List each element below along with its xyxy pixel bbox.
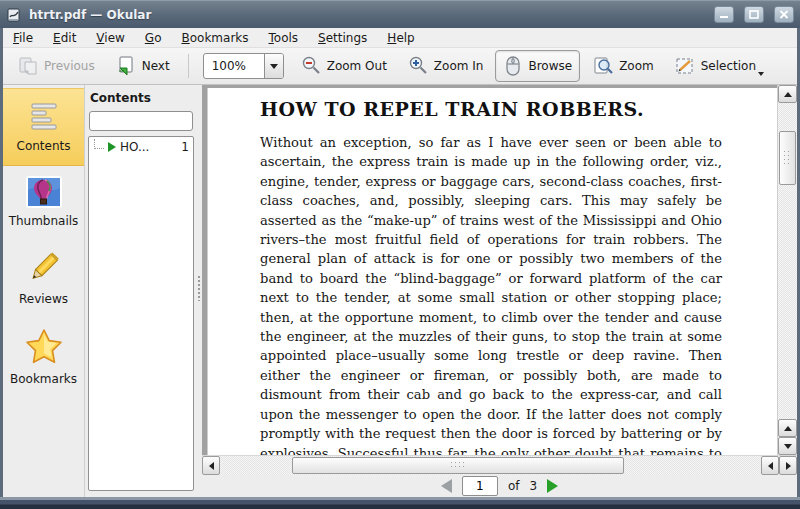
scroll-left-button[interactable] [202, 456, 220, 475]
menubar: File Edit View Go Bookmarks Tools Settin… [3, 28, 797, 48]
zoom-in-label: Zoom In [434, 59, 484, 73]
titlebar[interactable]: htrtr.pdf — Okular [0, 0, 800, 28]
thumb-grip-icon [783, 150, 792, 166]
zoom-in-button[interactable]: Zoom In [399, 50, 492, 82]
arrow-left-icon [209, 462, 214, 470]
zoom-tool-label: Zoom [619, 59, 654, 73]
thumb-grip-icon [450, 461, 466, 470]
minimize-button[interactable] [714, 6, 734, 23]
zoom-out-button[interactable]: Zoom Out [292, 50, 395, 82]
tree-item-label: HO... [120, 140, 177, 154]
menu-bookmarks[interactable]: Bookmarks [171, 29, 258, 47]
total-pages: 3 [529, 479, 537, 493]
vertical-scroll-track[interactable] [778, 103, 797, 419]
scroll-up-button[interactable] [778, 85, 797, 103]
horizontal-scroll-thumb[interactable] [292, 457, 624, 474]
sidebar-label-bookmarks: Bookmarks [10, 372, 77, 386]
okular-window: htrtr.pdf — Okular File Edit View Go Boo… [0, 0, 800, 509]
page-navigation-bar: of 3 [202, 475, 797, 497]
vertical-scroll-thumb[interactable] [779, 131, 796, 185]
sidebar-item-contents[interactable]: Contents [3, 88, 84, 166]
selection-tool-button[interactable]: Selection [666, 50, 772, 82]
thumbnails-icon [26, 176, 62, 208]
arrow-right-icon [786, 462, 791, 470]
browse-tool-button[interactable]: Browse [495, 50, 580, 82]
page-view[interactable]: HOW TO REPEL TRAIN ROBBERS. Without an e… [202, 85, 777, 455]
scroll-up-button-2[interactable] [778, 419, 797, 437]
previous-page-arrow[interactable] [441, 479, 452, 493]
zoom-level-combobox[interactable]: 100% [203, 53, 284, 79]
menu-file[interactable]: File [3, 29, 43, 47]
sidebar-item-reviews[interactable]: Reviews [3, 240, 84, 318]
contents-icon [27, 99, 61, 133]
zoom-tool-button[interactable]: Zoom [584, 50, 662, 82]
tree-item-page: 1 [181, 140, 189, 154]
tree-branch-icon [94, 139, 104, 149]
contents-tree-item[interactable]: HO... 1 [89, 137, 193, 157]
toolbar-separator [188, 54, 189, 78]
document-page: HOW TO REPEL TRAIN ROBBERS. Without an e… [207, 88, 777, 455]
sidebar-item-thumbnails[interactable]: Thumbnails [3, 166, 84, 240]
contents-tree: HO... 1 [88, 136, 194, 491]
menu-edit[interactable]: Edit [43, 29, 86, 47]
previous-icon [17, 55, 39, 77]
menu-help[interactable]: Help [377, 29, 424, 47]
next-label: Next [142, 59, 170, 73]
zoom-level-value: 100% [204, 59, 264, 73]
menu-tools[interactable]: Tools [259, 29, 309, 47]
next-page-arrow[interactable] [547, 479, 558, 493]
reviews-icon [26, 250, 62, 286]
vertical-scrollbar[interactable] [777, 85, 797, 455]
chevron-down-icon [270, 64, 278, 69]
document-text: Without an exception, so far as I have e… [260, 133, 722, 455]
bookmarks-icon [24, 328, 64, 366]
zoom-out-icon [300, 55, 322, 77]
horizontal-scrollbar[interactable] [202, 455, 797, 475]
horizontal-scroll-track[interactable] [220, 456, 761, 475]
of-label: of [508, 479, 520, 493]
next-page-button[interactable]: Next [107, 50, 178, 82]
selection-icon [674, 55, 696, 77]
scroll-left-button-2[interactable] [761, 456, 779, 475]
sidebar: Contents Thumbnails [3, 85, 85, 497]
scroll-down-button[interactable] [778, 437, 797, 455]
zoom-tool-icon [592, 55, 614, 77]
menu-view[interactable]: View [86, 29, 134, 47]
selection-label: Selection [701, 59, 756, 73]
arrow-up-icon [784, 426, 792, 431]
browse-label: Browse [528, 59, 572, 73]
contents-search-input[interactable] [89, 111, 193, 131]
window-title: htrtr.pdf — Okular [29, 8, 704, 22]
zoom-in-icon [407, 55, 429, 77]
okular-app-icon [6, 7, 22, 23]
menu-settings[interactable]: Settings [308, 29, 377, 47]
window-border-left [0, 28, 3, 497]
mouse-icon [503, 55, 523, 77]
paragraph: Without an exception, so far as I have e… [260, 133, 722, 455]
close-button[interactable] [774, 6, 794, 23]
next-icon [115, 55, 137, 77]
contents-panel: Contents HO... 1 [85, 85, 197, 497]
sidebar-item-bookmarks[interactable]: Bookmarks [3, 318, 84, 398]
arrow-down-icon [784, 444, 792, 449]
previous-page-button[interactable]: Previous [9, 50, 103, 82]
arrow-up-icon [784, 92, 792, 97]
current-page-input[interactable] [462, 476, 498, 496]
sidebar-label-contents: Contents [17, 139, 71, 153]
toolbar: Previous Next 100% Zoom Out [3, 48, 797, 85]
selection-dropdown-caret[interactable] [758, 72, 764, 76]
arrow-left-icon [768, 462, 773, 470]
menu-go[interactable]: Go [135, 29, 172, 47]
document-title: HOW TO REPEL TRAIN ROBBERS. [208, 88, 777, 120]
chapter-marker-icon [108, 142, 116, 152]
sidebar-label-thumbnails: Thumbnails [9, 214, 79, 228]
previous-label: Previous [44, 59, 95, 73]
zoom-level-dropdown-arrow[interactable] [264, 54, 283, 78]
splitter-grip-icon [198, 275, 201, 301]
window-border-bottom [0, 497, 800, 509]
page-view-row: HOW TO REPEL TRAIN ROBBERS. Without an e… [202, 85, 797, 455]
scroll-right-button[interactable] [779, 456, 797, 475]
sidebar-label-reviews: Reviews [19, 292, 68, 306]
document-column: HOW TO REPEL TRAIN ROBBERS. Without an e… [202, 85, 797, 497]
maximize-button[interactable] [744, 6, 764, 23]
